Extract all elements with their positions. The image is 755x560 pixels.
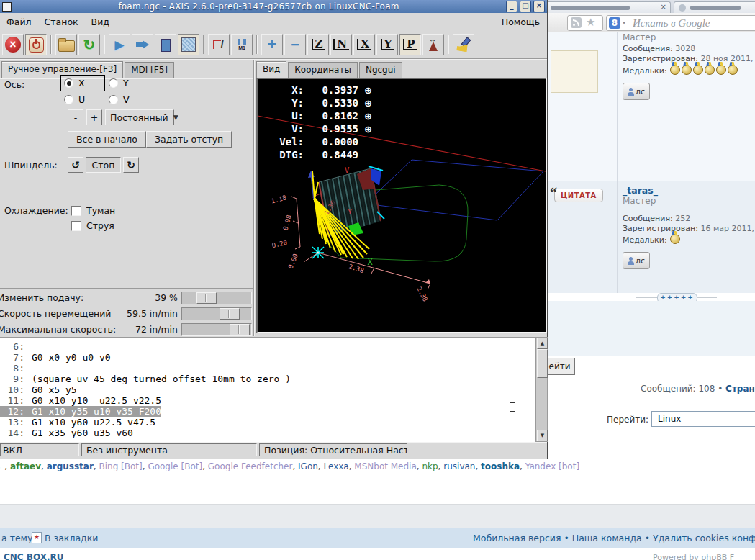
maximize-button[interactable]: □ xyxy=(520,1,531,12)
run-program-button[interactable] xyxy=(109,34,130,55)
slider-thumb[interactable] xyxy=(230,324,250,335)
return-to-topic-link[interactable]: а тему xyxy=(1,533,32,543)
footer-link[interactable]: Наша команда xyxy=(572,533,642,543)
toggle-optional-pause-button[interactable] xyxy=(231,34,253,55)
checkbox-icon[interactable] xyxy=(71,221,81,231)
gcode-line[interactable]: 13:G1 x10 y60 u22.5 v47.5 xyxy=(0,417,535,428)
tab-ngcgui[interactable]: Ngcgui xyxy=(359,62,402,78)
gcode-scrollbar[interactable]: ▲ ▼ xyxy=(535,337,548,442)
menu-help[interactable]: Помощь xyxy=(494,14,547,30)
clear-plot-button[interactable] xyxy=(453,34,474,55)
online-user-link[interactable]: Bing [Bot] xyxy=(99,461,143,471)
online-user-link[interactable]: tooshka xyxy=(481,461,520,471)
online-user-link[interactable]: IGon xyxy=(298,461,318,471)
slider-thumb[interactable] xyxy=(220,308,240,320)
private-message-button[interactable]: лс xyxy=(623,252,650,269)
spindle-stop-button[interactable]: Стоп xyxy=(86,157,121,173)
axis-radio-u[interactable]: U xyxy=(60,91,105,108)
touch-off-button[interactable]: Задать отступ xyxy=(146,131,232,148)
bookmark-star-icon[interactable]: ★ xyxy=(586,16,595,29)
jog-plus-button[interactable]: + xyxy=(86,109,102,125)
view-x-button[interactable]: X xyxy=(353,34,375,55)
gcode-line[interactable]: 6: xyxy=(0,341,535,352)
backplot-preview[interactable]: 1.180.980.200.002.382.381.36VYX X:0.3937… xyxy=(256,78,547,333)
home-all-button[interactable]: Все в начало xyxy=(68,131,146,148)
run-step-button[interactable] xyxy=(132,34,153,55)
go-button[interactable]: ейти xyxy=(548,358,575,375)
menu-Вид[interactable]: Вид xyxy=(85,14,116,30)
zoom-out-button[interactable] xyxy=(284,34,306,55)
slider-trough[interactable] xyxy=(181,307,252,320)
bookmarks-link[interactable]: В закладки xyxy=(45,533,98,543)
toggle-skip-lines-button[interactable] xyxy=(208,34,230,55)
window-title-bar[interactable]: foam.ngc - AXIS 2.6.0-pre0-3147-g26577cb… xyxy=(0,0,547,13)
gcode-line[interactable]: 8: xyxy=(0,363,535,374)
online-user-link[interactable]: argusstar xyxy=(47,461,94,471)
axis-radio-y[interactable]: Y xyxy=(105,75,150,91)
view-p-button[interactable]: P xyxy=(399,34,421,55)
private-message-button[interactable]: лс xyxy=(623,83,650,100)
machine-power-button[interactable] xyxy=(25,34,47,55)
zoom-in-button[interactable] xyxy=(261,34,283,55)
tab-вид[interactable]: Вид xyxy=(256,61,286,78)
online-user-link[interactable]: rusivan xyxy=(443,461,475,471)
radio-icon[interactable] xyxy=(64,78,73,88)
open-file-button[interactable] xyxy=(55,34,77,55)
scroll-up-icon[interactable]: ▲ xyxy=(537,338,548,349)
gcode-line[interactable]: 11:G0 x10 y10 u22.5 v22.5 xyxy=(0,395,535,406)
footer-link[interactable]: Мобильная версия xyxy=(473,533,561,543)
bookmark-icon[interactable]: ★ xyxy=(32,532,42,543)
menu-Станок[interactable]: Станок xyxy=(38,14,85,30)
rotate-view-button[interactable] xyxy=(422,34,444,55)
tab-close-icon[interactable]: × xyxy=(661,3,666,11)
gcode-line[interactable]: 12:G1 x10 y35 u10 v35 F200 xyxy=(0,406,535,417)
google-icon[interactable]: 8 xyxy=(609,17,620,29)
slider-thumb[interactable] xyxy=(196,292,217,304)
jog-mode-select[interactable]: Постоянный ▼ xyxy=(105,109,174,125)
tab-координаты[interactable]: Координаты xyxy=(288,62,358,78)
gcode-line[interactable]: 9:(square uv 45 deg turned offset 10mm t… xyxy=(0,374,535,384)
jump-to-select[interactable]: Linux xyxy=(651,411,755,427)
scroll-down-icon[interactable]: ▼ xyxy=(537,430,548,441)
online-user-link[interactable]: nkp xyxy=(422,461,438,471)
browser-tab[interactable]: × xyxy=(548,1,671,14)
view-y-button[interactable]: Y xyxy=(376,34,398,55)
jog-minus-button[interactable]: - xyxy=(68,109,83,125)
username-link[interactable]: _taras_ xyxy=(623,185,658,196)
browser-tab[interactable] xyxy=(674,1,755,14)
pause-program-button[interactable] xyxy=(155,34,176,55)
online-user-link[interactable]: MSNbot Media xyxy=(354,461,416,471)
gcode-line[interactable]: 14:G1 x35 y60 u35 v60 xyxy=(0,428,535,438)
menu-Файл[interactable]: Файл xyxy=(0,14,38,30)
online-user-link[interactable]: Google [Bot] xyxy=(148,461,202,471)
gcode-line[interactable]: 7:G0 x0 y0 u0 v0 xyxy=(0,352,535,363)
spindle-ccw-icon[interactable]: ↺ xyxy=(68,157,83,173)
gcode-listing[interactable]: 6:7:G0 x0 y0 u0 v08:9:(square uv 45 deg … xyxy=(0,337,535,443)
site-logo-text[interactable]: CNC BOX.RU xyxy=(4,552,64,560)
view-z2-button[interactable]: N xyxy=(330,34,352,55)
stop-program-button[interactable] xyxy=(178,34,199,55)
flood-checkbox[interactable]: Струя xyxy=(71,220,114,231)
search-input[interactable] xyxy=(631,16,755,30)
slider-trough[interactable] xyxy=(181,323,252,336)
online-user-link[interactable]: Yandex [bot] xyxy=(525,461,579,471)
online-user-link[interactable]: aftaev xyxy=(10,461,41,471)
spindle-cw-icon[interactable]: ↻ xyxy=(123,157,139,173)
scrollbar-thumb[interactable] xyxy=(537,349,548,378)
chevron-down-icon[interactable]: ▾ xyxy=(623,19,625,26)
online-user-link[interactable]: s_ xyxy=(0,461,4,471)
minimize-button[interactable]: _ xyxy=(506,1,517,12)
radio-icon[interactable] xyxy=(64,95,73,104)
mist-checkbox[interactable]: Туман xyxy=(71,205,115,216)
view-z-button[interactable]: Z xyxy=(307,34,329,55)
online-user-link[interactable]: Google Feedfetcher xyxy=(208,461,293,471)
axis-radio-v[interactable]: V xyxy=(105,91,150,108)
radio-icon[interactable] xyxy=(109,95,118,104)
checkbox-icon[interactable] xyxy=(71,206,81,216)
gcode-line[interactable]: 10:G0 x5 y5 xyxy=(0,384,535,395)
footer-link[interactable]: Удалить cookies конференции xyxy=(653,533,755,543)
rss-icon[interactable] xyxy=(571,17,582,28)
search-box[interactable]: 8 ▾ xyxy=(606,15,755,31)
close-button[interactable]: × xyxy=(533,1,545,12)
slider-trough[interactable] xyxy=(181,292,252,304)
